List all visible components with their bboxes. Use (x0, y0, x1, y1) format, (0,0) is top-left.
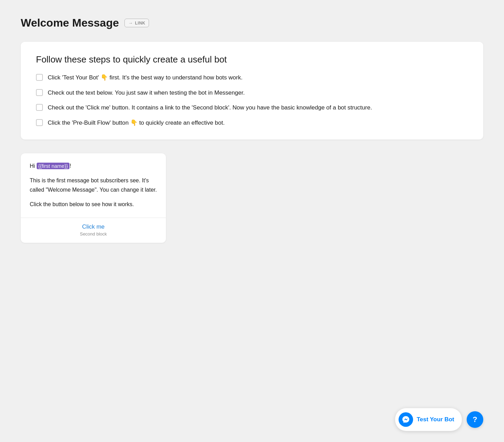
checkbox-4[interactable] (36, 119, 43, 126)
checkbox-3[interactable] (36, 104, 43, 111)
checklist-item-1: Click 'Test Your Bot' 👇 first. It's the … (36, 73, 468, 82)
message-paragraph-2: Click the button below to see how it wor… (30, 200, 157, 209)
checklist-text-4: Click the 'Pre-Built Flow' button 👇 to q… (48, 118, 225, 127)
greeting-suffix: ! (69, 163, 71, 169)
instructions-title: Follow these steps to quickly create a u… (36, 54, 468, 65)
main-content: Welcome Message → LINK Follow these step… (0, 0, 504, 259)
test-your-bot-button[interactable]: Test Your Bot (395, 408, 462, 431)
page-header: Welcome Message → LINK (21, 17, 483, 29)
link-badge[interactable]: → LINK (124, 19, 149, 27)
instructions-card: Follow these steps to quickly create a u… (21, 42, 483, 140)
message-button-section: Click me Second block (21, 218, 166, 243)
message-card: Hi {{first name}}! This is the first mes… (21, 153, 166, 243)
checklist-item-4: Click the 'Pre-Built Flow' button 👇 to q… (36, 118, 468, 127)
second-block-label: Second block (30, 231, 157, 237)
message-paragraph-1: This is the first message bot subscriber… (30, 176, 157, 194)
click-me-button[interactable]: Click me (30, 223, 157, 230)
checkbox-1[interactable] (36, 74, 43, 81)
checklist-item-3: Check out the 'Click me' button. It cont… (36, 103, 468, 112)
checklist-text-3: Check out the 'Click me' button. It cont… (48, 103, 372, 112)
checklist-item-2: Check out the text below. You just saw i… (36, 88, 468, 97)
help-icon: ? (473, 416, 477, 423)
messenger-svg (402, 415, 410, 424)
checkbox-2[interactable] (36, 89, 43, 96)
page-title: Welcome Message (21, 17, 119, 29)
checklist-text-1: Click 'Test Your Bot' 👇 first. It's the … (48, 73, 243, 82)
message-body: Hi {{first name}}! This is the first mes… (21, 153, 166, 218)
messenger-icon (399, 412, 413, 427)
checklist: Click 'Test Your Bot' 👇 first. It's the … (36, 73, 468, 127)
first-name-tag: {{first name}} (37, 163, 70, 169)
greeting-prefix: Hi (30, 163, 37, 169)
link-badge-label: LINK (135, 21, 145, 26)
bottom-buttons: Test Your Bot ? (395, 408, 483, 431)
link-arrow-icon: → (128, 20, 133, 26)
test-bot-label: Test Your Bot (417, 416, 454, 423)
help-button[interactable]: ? (467, 411, 483, 428)
checklist-text-2: Check out the text below. You just saw i… (48, 88, 245, 97)
greeting-line: Hi {{first name}}! (30, 162, 157, 171)
